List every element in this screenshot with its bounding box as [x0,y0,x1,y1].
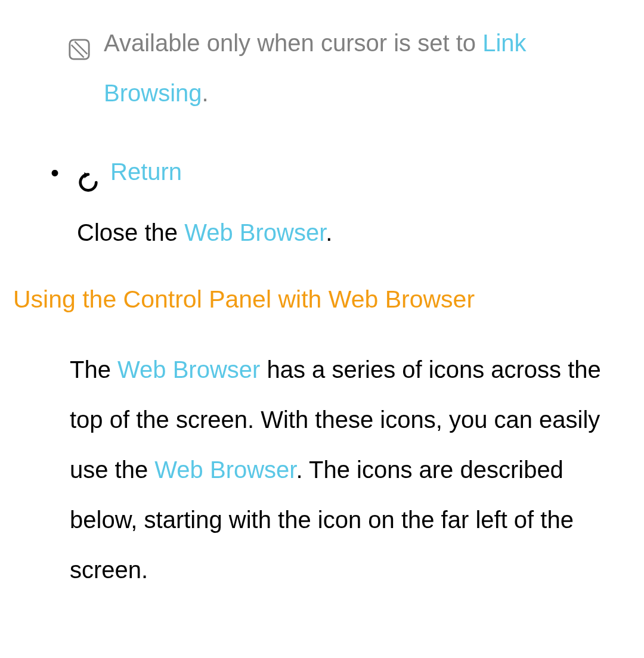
para-text-1: The [70,356,117,383]
svg-rect-0 [70,40,89,59]
note-text-after: . [202,80,209,106]
bullet-body-before: Close the [77,219,184,246]
note-text-before: Available only when cursor is set to [104,30,482,56]
web-browser-term-2: Web Browser [117,356,260,383]
bullet-body-after: . [326,219,332,246]
return-bullet-item: • Return Close the Web Browser. [13,147,631,257]
bullet-marker: • [51,148,59,198]
svg-line-2 [72,45,84,57]
bullet-body: Close the Web Browser. [77,207,631,257]
return-icon [77,160,100,183]
svg-line-1 [75,42,87,54]
section-body: The Web Browser has a series of icons ac… [13,344,631,595]
note-block: Available only when cursor is set to Lin… [13,18,631,118]
return-label: Return [110,147,182,197]
section-heading: Using the Control Panel with Web Browser [13,281,631,318]
bullet-head: Return [77,147,631,197]
web-browser-term-3: Web Browser [154,457,296,483]
note-text: Available only when cursor is set to Lin… [104,18,631,118]
note-icon [68,27,91,50]
web-browser-term: Web Browser [184,219,326,246]
